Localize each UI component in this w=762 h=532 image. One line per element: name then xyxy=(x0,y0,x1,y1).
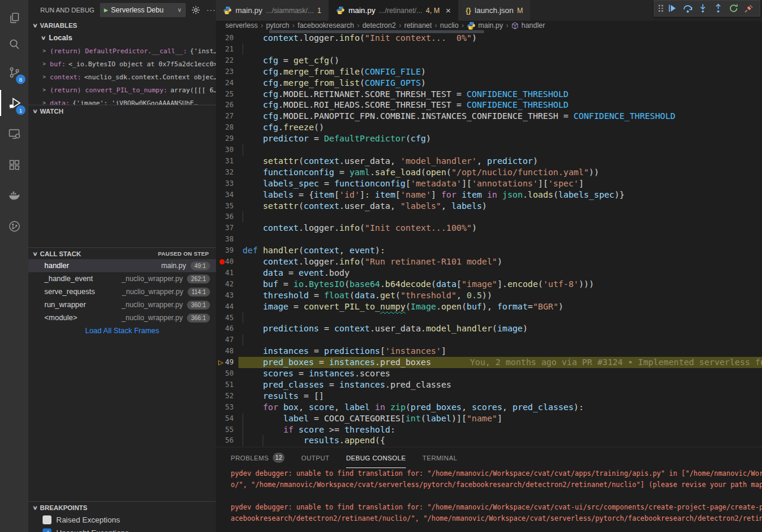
debug-console-output[interactable]: pydev debugger: unable to find translati… xyxy=(216,468,762,524)
code-line[interactable]: 43 threshold = float(data.get("threshold… xyxy=(216,290,762,301)
code-line[interactable]: 47 xyxy=(216,334,762,346)
activity-bar-item-remote-explorer[interactable] xyxy=(0,121,28,147)
breadcrumb-item-serverless[interactable]: serverless xyxy=(225,21,258,30)
code-line[interactable]: 44 image = convert_PIL_to_numpy(Image.op… xyxy=(216,301,762,312)
code-line[interactable]: 52 results = [] xyxy=(216,391,762,402)
activity-bar-item-run-debug[interactable]: 1 xyxy=(0,90,28,116)
code-line[interactable]: 29 predictor = DefaultPredictor(cfg) xyxy=(216,133,762,144)
code-line[interactable]: 23 cfg.merge_from_file(CONFIG_FILE) xyxy=(216,66,762,78)
code-line[interactable]: 39def handler(context, event): xyxy=(216,245,762,256)
code-line[interactable]: 31 setattr(context.user_data, 'model_han… xyxy=(216,156,762,167)
code-line[interactable]: 53 for box, score, label in zip(pred_box… xyxy=(216,402,762,413)
variables-section-header[interactable]: ∨ VARIABLES xyxy=(28,20,216,31)
breakpoints-section-header[interactable]: ∨ BREAKPOINTS xyxy=(28,501,216,513)
variables-scope-locals[interactable]: ∨ Locals xyxy=(28,31,216,44)
panel-tab-output[interactable]: OUTPUT xyxy=(301,447,330,468)
code-line[interactable]: 56 results.append({ xyxy=(216,435,762,446)
call-stack-frame[interactable]: <module>_nuclio_wrapper.py366:1 xyxy=(28,311,216,324)
code-line[interactable]: 50 scores = instances.scores xyxy=(216,368,762,379)
code-line[interactable]: 54 label = COCO_CATEGORIES[int(label)]["… xyxy=(216,413,762,424)
code-line[interactable]: 26 cfg.MODEL.ROI_HEADS.SCORE_THRESH_TEST… xyxy=(216,99,762,111)
code-line[interactable]: 22 cfg = get_cfg() xyxy=(216,55,762,66)
restart-button[interactable] xyxy=(727,2,740,15)
variable-row[interactable]: >buf:<_io.BytesIO object at 0x7f5a2dc1ec… xyxy=(28,57,216,70)
breadcrumb-item-nuclio[interactable]: nuclio xyxy=(440,21,459,30)
call-stack-frame[interactable]: handlermain.py49:1 xyxy=(28,259,216,272)
activity-bar-item-files[interactable] xyxy=(0,5,28,31)
breadcrumb-item-main-py[interactable]: main.py xyxy=(467,21,503,30)
continue-button[interactable] xyxy=(666,2,679,15)
tab-label: launch.json xyxy=(474,6,514,15)
step-out-button[interactable] xyxy=(712,2,725,15)
code-line[interactable]: 40 context.logger.info("Run retinanet-R1… xyxy=(216,256,762,267)
call-stack-frame[interactable]: run_wrapper_nuclio_wrapper.py360:1 xyxy=(28,298,216,311)
more-actions-icon[interactable]: ··· xyxy=(206,5,216,14)
variable-row[interactable]: >context:<nuclio_sdk.context.Context obj… xyxy=(28,70,216,83)
panel-tab-label: PROBLEMS xyxy=(231,454,269,462)
activity-bar-item-source-control[interactable]: 8 xyxy=(0,59,28,85)
tab-main-py[interactable]: main.py.../siammask/...1 xyxy=(216,0,329,21)
activity-bar-item-docker[interactable] xyxy=(0,182,28,208)
code-editor[interactable]: 20 context.logger.info("Init context... … xyxy=(216,30,762,447)
breadcrumb-item-facebookresearch[interactable]: facebookresearch xyxy=(298,21,354,30)
breakpoint-row[interactable]: Raised Exceptions xyxy=(28,513,216,526)
variable-row[interactable]: >(return) convert_PIL_to_numpy:array([[[… xyxy=(28,83,216,96)
variable-row[interactable]: >(return) DefaultPredictor.__call__:{'in… xyxy=(28,44,216,57)
activity-bar-item-extensions[interactable] xyxy=(0,151,28,178)
code-line[interactable]: 51 pred_classes = instances.pred_classes xyxy=(216,379,762,391)
breakpoints-list: Raised Exceptions✓Uncaught Exceptions xyxy=(28,513,216,532)
code-line[interactable]: 25 cfg.MODEL.RETINANET.SCORE_THRESH_TEST… xyxy=(216,89,762,100)
line-number: 44 xyxy=(216,301,234,312)
code-line[interactable]: 21 xyxy=(216,44,762,55)
step-over-button[interactable] xyxy=(681,2,694,15)
disconnect-button[interactable] xyxy=(742,2,755,15)
variable-row[interactable]: >data:{'image': 'iVBORw0KGgoAAAANSUhE… xyxy=(28,96,216,105)
code-line[interactable]: 48 instances = predictions['instances'] xyxy=(216,346,762,357)
code-line[interactable]: 24 cfg.merge_from_list(CONFIG_OPTS) xyxy=(216,78,762,89)
line-number: 46 xyxy=(216,323,234,334)
step-into-button[interactable] xyxy=(696,2,709,15)
panel-tab-debug-console[interactable]: DEBUG CONSOLE xyxy=(346,447,406,468)
activity-bar-item-search[interactable] xyxy=(0,31,28,57)
code-line[interactable]: 28 cfg.freeze() xyxy=(216,122,762,133)
tab-main-py[interactable]: main.py.../retinanet/...4, M× xyxy=(329,0,459,21)
code-line[interactable]: 30 xyxy=(216,144,762,156)
code-line[interactable]: 33 labels_spec = functionconfig['metadat… xyxy=(216,178,762,189)
call-stack-frame[interactable]: _handle_event_nuclio_wrapper.py262:1 xyxy=(28,272,216,285)
code-line[interactable]: 42 buf = io.BytesIO(base64.b64decode(dat… xyxy=(216,279,762,290)
code-line[interactable]: 46 predictions = context.user_data.model… xyxy=(216,323,762,334)
call-stack-frame[interactable]: serve_requests_nuclio_wrapper.py114:1 xyxy=(28,285,216,298)
breakpoint-icon[interactable] xyxy=(219,259,225,265)
code-line[interactable]: 36 xyxy=(216,211,762,223)
code-line[interactable]: 32 functionconfig = yaml.safe_load(open(… xyxy=(216,167,762,178)
panel-tab-problems[interactable]: PROBLEMS12 xyxy=(231,447,285,468)
code-line[interactable]: 38 xyxy=(216,234,762,245)
code-line[interactable]: 41 data = event.body xyxy=(216,267,762,279)
code-line[interactable]: 49▷ pred_boxes = instances.pred_boxesYou… xyxy=(216,357,762,368)
close-icon[interactable]: × xyxy=(445,5,451,15)
breadcrumb-item-detectron2[interactable]: detectron2 xyxy=(362,21,396,30)
code-line[interactable]: 55 if score >= threshold: xyxy=(216,424,762,436)
tab-launch-json[interactable]: {}launch.jsonM xyxy=(459,0,531,21)
code-line[interactable]: 27 cfg.MODEL.PANOPTIC_FPN.COMBINE.INSTAN… xyxy=(216,111,762,122)
watch-section-header[interactable]: ∨ WATCH xyxy=(28,105,216,117)
gear-icon[interactable] xyxy=(191,5,201,15)
code-line[interactable]: 35 setattr(context.user_data, "labels", … xyxy=(216,201,762,212)
code-line[interactable]: 34 labels = {item['id']: item['name'] fo… xyxy=(216,189,762,201)
panel-tab-terminal[interactable]: TERMINAL xyxy=(422,447,457,468)
activity-bar-item-git-graph[interactable] xyxy=(0,213,28,239)
breadcrumb-item-pytorch[interactable]: pytorch xyxy=(266,21,289,30)
load-all-stack-frames-link[interactable]: Load All Stack Frames xyxy=(28,324,216,337)
breadcrumb-item-retinanet[interactable]: retinanet xyxy=(404,21,432,30)
console-line xyxy=(231,491,762,502)
checkbox[interactable] xyxy=(43,515,51,524)
code-line[interactable]: 20 context.logger.info("Init context... … xyxy=(216,33,762,44)
breakpoint-row[interactable]: ✓Uncaught Exceptions xyxy=(28,526,216,532)
drag-handle-icon[interactable] xyxy=(658,5,663,12)
code-line[interactable]: 45 xyxy=(216,312,762,324)
breadcrumb-item-handler[interactable]: handler xyxy=(511,21,545,30)
code-line[interactable]: 37 context.logger.info("Init context...1… xyxy=(216,223,762,234)
call-stack-section-header[interactable]: ∨ CALL STACK PAUSED ON STEP xyxy=(28,247,216,259)
checkbox[interactable]: ✓ xyxy=(43,528,51,532)
launch-config-dropdown[interactable]: ▶ Serverless Debu ∨ xyxy=(100,3,186,17)
